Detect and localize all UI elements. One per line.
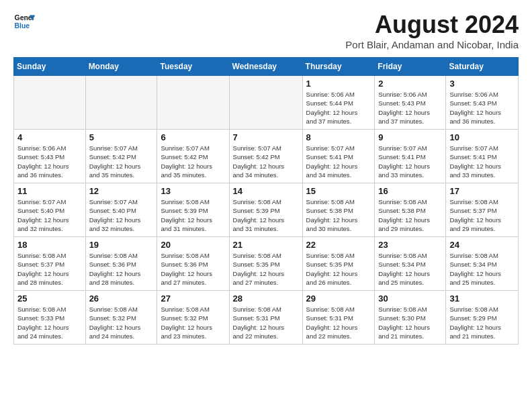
calendar-cell [85, 76, 157, 130]
day-info: Sunrise: 5:08 AM Sunset: 5:35 PM Dayligh… [306, 251, 371, 287]
day-info: Sunrise: 5:07 AM Sunset: 5:42 PM Dayligh… [233, 144, 299, 179]
weekday-header: Wednesday [229, 58, 302, 76]
weekday-header: Thursday [302, 58, 375, 76]
day-number: 6 [161, 132, 225, 142]
day-number: 30 [378, 293, 442, 304]
calendar-cell: 7Sunrise: 5:07 AM Sunset: 5:42 PM Daylig… [229, 130, 302, 183]
calendar-cell: 10Sunrise: 5:07 AM Sunset: 5:41 PM Dayli… [446, 130, 519, 183]
day-number: 10 [449, 132, 515, 142]
calendar-cell: 17Sunrise: 5:08 AM Sunset: 5:37 PM Dayli… [446, 183, 519, 237]
weekday-header: Sunday [14, 58, 86, 76]
calendar-week-row: 18Sunrise: 5:08 AM Sunset: 5:37 PM Dayli… [14, 237, 519, 291]
calendar-cell: 9Sunrise: 5:07 AM Sunset: 5:41 PM Daylig… [375, 130, 446, 183]
day-number: 19 [89, 240, 154, 250]
day-info: Sunrise: 5:07 AM Sunset: 5:41 PM Dayligh… [378, 144, 442, 179]
calendar-cell: 31Sunrise: 5:08 AM Sunset: 5:29 PM Dayli… [446, 291, 519, 345]
calendar-cell: 21Sunrise: 5:08 AM Sunset: 5:35 PM Dayli… [229, 237, 302, 291]
calendar-cell: 5Sunrise: 5:07 AM Sunset: 5:42 PM Daylig… [85, 130, 157, 183]
weekday-header: Monday [85, 58, 157, 76]
day-info: Sunrise: 5:08 AM Sunset: 5:36 PM Dayligh… [89, 251, 154, 287]
calendar-cell: 28Sunrise: 5:08 AM Sunset: 5:31 PM Dayli… [229, 291, 302, 345]
day-number: 4 [17, 132, 82, 142]
calendar-cell: 16Sunrise: 5:08 AM Sunset: 5:38 PM Dayli… [375, 183, 446, 237]
day-info: Sunrise: 5:07 AM Sunset: 5:41 PM Dayligh… [449, 144, 515, 179]
day-number: 22 [306, 240, 371, 250]
calendar-week-row: 1Sunrise: 5:06 AM Sunset: 5:44 PM Daylig… [14, 76, 519, 130]
day-number: 28 [233, 293, 299, 304]
calendar-cell [229, 76, 302, 130]
calendar-cell [157, 76, 229, 130]
day-number: 23 [378, 240, 442, 250]
day-number: 18 [17, 240, 82, 250]
day-info: Sunrise: 5:08 AM Sunset: 5:30 PM Dayligh… [378, 305, 442, 340]
day-number: 31 [449, 293, 515, 304]
svg-text:Blue: Blue [15, 22, 30, 30]
day-info: Sunrise: 5:08 AM Sunset: 5:34 PM Dayligh… [378, 251, 442, 287]
day-number: 26 [89, 293, 154, 304]
day-number: 24 [449, 240, 515, 250]
day-info: Sunrise: 5:08 AM Sunset: 5:31 PM Dayligh… [306, 305, 371, 340]
calendar-cell: 4Sunrise: 5:06 AM Sunset: 5:43 PM Daylig… [14, 130, 86, 183]
day-number: 17 [449, 186, 515, 196]
calendar-cell: 29Sunrise: 5:08 AM Sunset: 5:31 PM Dayli… [302, 291, 375, 345]
day-info: Sunrise: 5:08 AM Sunset: 5:39 PM Dayligh… [233, 197, 299, 233]
calendar-subtitle: Port Blair, Andaman and Nicobar, India [345, 39, 519, 50]
calendar-cell: 1Sunrise: 5:06 AM Sunset: 5:44 PM Daylig… [302, 76, 375, 130]
day-number: 27 [161, 293, 225, 304]
logo: General Blue [13, 11, 38, 32]
calendar-week-row: 25Sunrise: 5:08 AM Sunset: 5:33 PM Dayli… [14, 291, 519, 345]
calendar-cell: 13Sunrise: 5:08 AM Sunset: 5:39 PM Dayli… [157, 183, 229, 237]
calendar-cell: 11Sunrise: 5:07 AM Sunset: 5:40 PM Dayli… [14, 183, 86, 237]
day-number: 1 [306, 79, 371, 89]
day-number: 13 [161, 186, 225, 196]
calendar-header: SundayMondayTuesdayWednesdayThursdayFrid… [14, 58, 519, 76]
day-info: Sunrise: 5:08 AM Sunset: 5:37 PM Dayligh… [17, 251, 82, 287]
calendar-cell: 22Sunrise: 5:08 AM Sunset: 5:35 PM Dayli… [302, 237, 375, 291]
day-number: 12 [89, 186, 154, 196]
calendar-cell: 30Sunrise: 5:08 AM Sunset: 5:30 PM Dayli… [375, 291, 446, 345]
day-info: Sunrise: 5:08 AM Sunset: 5:33 PM Dayligh… [17, 305, 82, 340]
calendar-cell: 15Sunrise: 5:08 AM Sunset: 5:38 PM Dayli… [302, 183, 375, 237]
day-info: Sunrise: 5:08 AM Sunset: 5:38 PM Dayligh… [378, 197, 442, 233]
calendar-cell: 23Sunrise: 5:08 AM Sunset: 5:34 PM Dayli… [375, 237, 446, 291]
day-info: Sunrise: 5:07 AM Sunset: 5:41 PM Dayligh… [306, 144, 371, 179]
weekday-header: Saturday [446, 58, 519, 76]
calendar-cell: 24Sunrise: 5:08 AM Sunset: 5:34 PM Dayli… [446, 237, 519, 291]
day-number: 11 [17, 186, 82, 196]
calendar-cell: 3Sunrise: 5:06 AM Sunset: 5:43 PM Daylig… [446, 76, 519, 130]
day-number: 16 [378, 186, 442, 196]
calendar-cell: 6Sunrise: 5:07 AM Sunset: 5:42 PM Daylig… [157, 130, 229, 183]
day-info: Sunrise: 5:07 AM Sunset: 5:42 PM Dayligh… [161, 144, 225, 179]
day-number: 8 [306, 132, 371, 142]
day-number: 9 [378, 132, 442, 142]
day-info: Sunrise: 5:07 AM Sunset: 5:40 PM Dayligh… [89, 197, 154, 233]
calendar-week-row: 11Sunrise: 5:07 AM Sunset: 5:40 PM Dayli… [14, 183, 519, 237]
day-info: Sunrise: 5:08 AM Sunset: 5:35 PM Dayligh… [233, 251, 299, 287]
day-info: Sunrise: 5:08 AM Sunset: 5:32 PM Dayligh… [89, 305, 154, 340]
day-number: 29 [306, 293, 371, 304]
title-area: August 2024 Port Blair, Andaman and Nico… [345, 11, 519, 50]
calendar-week-row: 4Sunrise: 5:06 AM Sunset: 5:43 PM Daylig… [14, 130, 519, 183]
calendar-cell: 18Sunrise: 5:08 AM Sunset: 5:37 PM Dayli… [14, 237, 86, 291]
day-info: Sunrise: 5:06 AM Sunset: 5:43 PM Dayligh… [449, 90, 515, 126]
day-info: Sunrise: 5:08 AM Sunset: 5:36 PM Dayligh… [161, 251, 225, 287]
day-info: Sunrise: 5:06 AM Sunset: 5:43 PM Dayligh… [378, 90, 442, 126]
day-number: 14 [233, 186, 299, 196]
calendar-cell: 12Sunrise: 5:07 AM Sunset: 5:40 PM Dayli… [85, 183, 157, 237]
day-number: 21 [233, 240, 299, 250]
day-number: 15 [306, 186, 371, 196]
calendar-cell: 25Sunrise: 5:08 AM Sunset: 5:33 PM Dayli… [14, 291, 86, 345]
calendar-cell: 20Sunrise: 5:08 AM Sunset: 5:36 PM Dayli… [157, 237, 229, 291]
calendar-title: August 2024 [345, 11, 519, 39]
day-number: 7 [233, 132, 299, 142]
weekday-header: Friday [375, 58, 446, 76]
weekday-header: Tuesday [157, 58, 229, 76]
day-number: 20 [161, 240, 225, 250]
day-info: Sunrise: 5:08 AM Sunset: 5:39 PM Dayligh… [161, 197, 225, 233]
day-info: Sunrise: 5:08 AM Sunset: 5:32 PM Dayligh… [161, 305, 225, 340]
day-number: 2 [378, 79, 442, 89]
calendar-cell: 19Sunrise: 5:08 AM Sunset: 5:36 PM Dayli… [85, 237, 157, 291]
calendar-cell: 14Sunrise: 5:08 AM Sunset: 5:39 PM Dayli… [229, 183, 302, 237]
calendar-table: SundayMondayTuesdayWednesdayThursdayFrid… [13, 57, 519, 345]
logo-icon: General Blue [13, 11, 35, 32]
